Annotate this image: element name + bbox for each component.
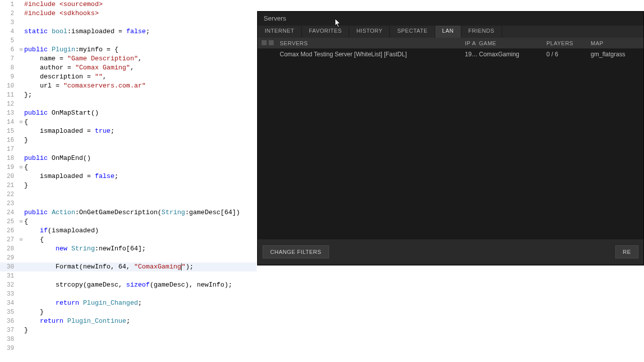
code-content[interactable]: } bbox=[24, 308, 257, 317]
code-line[interactable]: 36 return Plugin_Continue; bbox=[0, 317, 257, 326]
refresh-button[interactable]: RE bbox=[615, 245, 638, 258]
code-line[interactable]: 38 bbox=[0, 335, 257, 344]
code-line[interactable]: 11}; bbox=[0, 90, 257, 100]
code-content[interactable]: new String:newInfo[64]; bbox=[24, 244, 257, 253]
code-content[interactable]: return Plugin_Continue; bbox=[24, 317, 257, 326]
code-line[interactable]: 10 url = "comaxservers.com.ar" bbox=[0, 81, 257, 90]
fold-marker[interactable]: ⊟ bbox=[18, 45, 24, 54]
code-content[interactable]: public Plugin:myinfo = { bbox=[24, 45, 257, 54]
code-content[interactable]: ismaploaded = false; bbox=[24, 172, 257, 181]
code-line[interactable]: 7 name = "Game Description", bbox=[0, 54, 257, 63]
line-number: 39 bbox=[0, 344, 18, 353]
code-content[interactable]: public OnMapEnd() bbox=[24, 154, 257, 163]
code-line[interactable]: 27⊟ { bbox=[0, 235, 257, 244]
fold-marker[interactable]: ⊟ bbox=[18, 163, 24, 172]
code-content[interactable]: { bbox=[24, 118, 257, 127]
code-line[interactable]: 17 bbox=[0, 145, 257, 154]
code-line[interactable]: 13public OnMapStart() bbox=[0, 109, 257, 118]
code-line[interactable]: 26 if(ismaploaded) bbox=[0, 226, 257, 235]
tab-history[interactable]: HISTORY bbox=[349, 26, 390, 38]
code-line[interactable]: 16} bbox=[0, 136, 257, 145]
tab-lan[interactable]: LAN bbox=[435, 26, 461, 38]
tab-spectate[interactable]: SPECTATE bbox=[390, 26, 435, 38]
line-number: 35 bbox=[0, 308, 18, 317]
code-line[interactable]: 19⊟{ bbox=[0, 163, 257, 172]
tab-internet[interactable]: INTERNET bbox=[258, 26, 302, 38]
code-line[interactable]: 18public OnMapEnd() bbox=[0, 154, 257, 163]
code-content[interactable]: } bbox=[24, 181, 257, 190]
header-game[interactable]: GAME bbox=[479, 40, 546, 46]
code-line[interactable]: 31 bbox=[0, 272, 257, 281]
code-line[interactable]: 21} bbox=[0, 181, 257, 190]
code-line[interactable]: 29 bbox=[0, 253, 257, 262]
fold-marker[interactable]: ⊟ bbox=[18, 118, 24, 127]
code-content[interactable]: ismaploaded = true; bbox=[24, 127, 257, 136]
code-content[interactable]: url = "comaxservers.com.ar" bbox=[24, 81, 257, 90]
code-content[interactable]: { bbox=[24, 217, 257, 226]
code-content[interactable]: author = "Comax Gaming", bbox=[24, 63, 257, 72]
change-filters-button[interactable]: CHANGE FILTERS bbox=[263, 245, 329, 258]
code-content[interactable]: } bbox=[24, 326, 257, 335]
line-number: 31 bbox=[0, 272, 18, 281]
code-line[interactable]: 6⊟public Plugin:myinfo = { bbox=[0, 45, 257, 54]
code-content[interactable]: Format(newInfo, 64, "ComaxGaming"); bbox=[24, 262, 257, 272]
servers-window[interactable]: Servers INTERNETFAVORITESHISTORYSPECTATE… bbox=[257, 11, 644, 265]
code-content[interactable]: #include <sourcemod> bbox=[24, 0, 257, 9]
code-line[interactable]: 23 bbox=[0, 199, 257, 208]
code-line[interactable]: 2#include <sdkhooks> bbox=[0, 9, 257, 18]
code-line[interactable]: 4static bool:ismaploaded = false; bbox=[0, 27, 257, 36]
code-line[interactable]: 9 description = "", bbox=[0, 72, 257, 81]
code-content[interactable]: }; bbox=[24, 90, 257, 100]
code-editor[interactable]: 1#include <sourcemod>2#include <sdkhooks… bbox=[0, 0, 257, 362]
code-content[interactable]: name = "Game Description", bbox=[24, 54, 257, 63]
code-line[interactable]: 3 bbox=[0, 18, 257, 27]
line-number: 25 bbox=[0, 217, 18, 226]
tab-friends[interactable]: FRIENDS bbox=[461, 26, 502, 38]
code-line[interactable]: 1#include <sourcemod> bbox=[0, 0, 257, 9]
line-number: 10 bbox=[0, 81, 18, 90]
code-content[interactable]: static bool:ismaploaded = false; bbox=[24, 27, 257, 36]
header-players[interactable]: PLAYERS bbox=[546, 40, 591, 46]
tabs-bar: INTERNETFAVORITESHISTORYSPECTATELANFRIEN… bbox=[258, 26, 643, 38]
code-line[interactable]: 32 strcopy(gameDesc, sizeof(gameDesc), n… bbox=[0, 281, 257, 290]
code-content[interactable]: { bbox=[24, 235, 257, 244]
line-number: 26 bbox=[0, 226, 18, 235]
code-content[interactable]: strcopy(gameDesc, sizeof(gameDesc), newI… bbox=[24, 281, 257, 290]
code-line[interactable]: 25⊟{ bbox=[0, 217, 257, 226]
code-content[interactable]: } bbox=[24, 136, 257, 145]
line-number: 33 bbox=[0, 290, 18, 299]
code-line[interactable]: 39 bbox=[0, 344, 257, 353]
code-content[interactable]: public Action:OnGetGameDescription(Strin… bbox=[24, 208, 257, 217]
code-line[interactable]: 30 Format(newInfo, 64, "ComaxGaming"); bbox=[0, 262, 257, 272]
header-servers[interactable]: SERVERS bbox=[278, 40, 465, 46]
fold-marker[interactable]: ⊟ bbox=[18, 217, 24, 226]
code-content[interactable]: description = "", bbox=[24, 72, 257, 81]
line-number: 4 bbox=[0, 27, 18, 36]
tab-favorites[interactable]: FAVORITES bbox=[302, 26, 349, 38]
code-content[interactable]: return Plugin_Changed; bbox=[24, 299, 257, 308]
code-line[interactable]: 35 } bbox=[0, 308, 257, 317]
code-line[interactable]: 22 bbox=[0, 190, 257, 199]
server-list-body[interactable]: Comax Mod Testing Server [WhiteList] [Fa… bbox=[258, 49, 643, 239]
code-content[interactable]: if(ismaploaded) bbox=[24, 226, 257, 235]
code-line[interactable]: 20 ismaploaded = false; bbox=[0, 172, 257, 181]
code-line[interactable]: 24public Action:OnGetGameDescription(Str… bbox=[0, 208, 257, 217]
line-number: 34 bbox=[0, 299, 18, 308]
code-line[interactable]: 37} bbox=[0, 326, 257, 335]
code-line[interactable]: 14⊟{ bbox=[0, 118, 257, 127]
server-row[interactable]: Comax Mod Testing Server [WhiteList] [Fa… bbox=[258, 49, 643, 60]
fold-marker[interactable]: ⊟ bbox=[18, 235, 24, 244]
code-line[interactable]: 12 bbox=[0, 100, 257, 109]
line-number: 14 bbox=[0, 118, 18, 127]
code-line[interactable]: 15 ismaploaded = true; bbox=[0, 127, 257, 136]
code-content[interactable]: { bbox=[24, 163, 257, 172]
code-line[interactable]: 28 new String:newInfo[64]; bbox=[0, 244, 257, 253]
code-line[interactable]: 5 bbox=[0, 36, 257, 45]
code-line[interactable]: 8 author = "Comax Gaming", bbox=[0, 63, 257, 72]
code-line[interactable]: 33 bbox=[0, 290, 257, 299]
header-map[interactable]: MAP bbox=[591, 40, 643, 46]
code-content[interactable]: public OnMapStart() bbox=[24, 109, 257, 118]
header-ip[interactable]: IP A bbox=[465, 40, 479, 46]
code-line[interactable]: 34 return Plugin_Changed; bbox=[0, 299, 257, 308]
code-content[interactable]: #include <sdkhooks> bbox=[24, 9, 257, 18]
